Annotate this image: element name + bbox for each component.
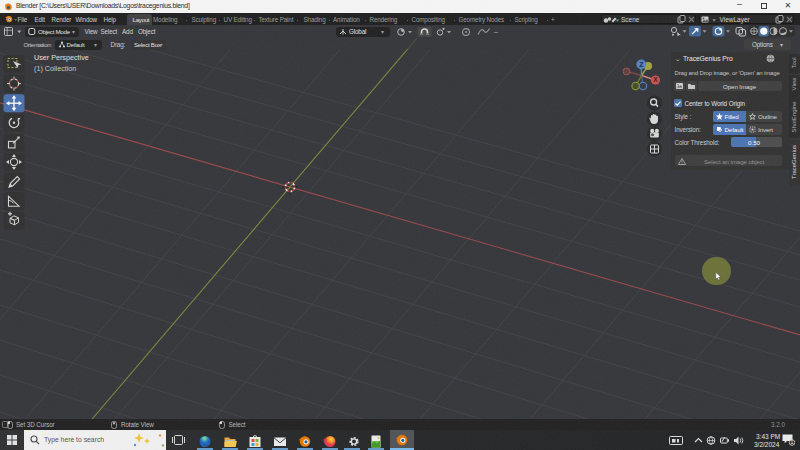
svg-text:Z: Z xyxy=(639,61,644,68)
svg-text:X: X xyxy=(653,76,658,83)
svg-text:1: 1 xyxy=(791,439,794,445)
